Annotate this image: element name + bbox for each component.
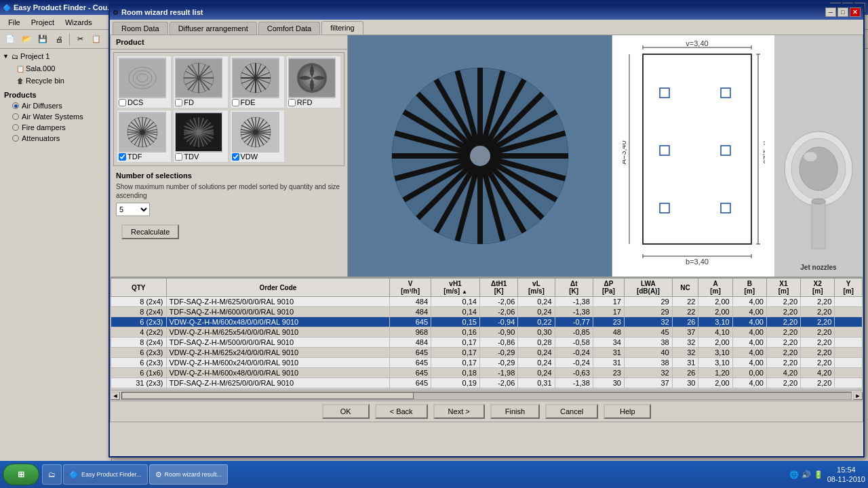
products-section: Products Air Diffusers Air Water Systems…	[1, 89, 110, 144]
tab-room-data[interactable]: Room Data	[113, 22, 168, 35]
product-dcs-cb[interactable]: DCS	[119, 98, 170, 106]
table-row[interactable]: 6 (2x3)VDW-Q-Z-H-M/600x24/0/0/0/RAL 9010…	[111, 358, 863, 368]
dialog-minimize[interactable]: ─	[825, 7, 836, 17]
product-fde-cb[interactable]: FDE	[232, 98, 283, 106]
col-y[interactable]: Y[m]	[835, 279, 863, 297]
hscroll-thumb[interactable]	[122, 392, 414, 399]
table-row[interactable]: 8 (2x4)TDF-SAQ-Z-H-M/600/0/0/0/RAL 90104…	[111, 307, 863, 317]
vdw-checkbox[interactable]	[232, 153, 239, 161]
dialog-title: Room wizard result list	[121, 8, 825, 16]
col-dth1[interactable]: ΔtH1[K]	[480, 279, 518, 297]
menu-wizards[interactable]: Wizards	[60, 17, 98, 28]
taskbar-dialog[interactable]: ⚙ Room wizard result...	[149, 464, 229, 485]
fd-checkbox[interactable]	[175, 99, 182, 106]
col-v[interactable]: V[m³/h]	[390, 279, 431, 297]
table-row[interactable]: 6 (2x3)VDW-Q-Z-H-M/600x48/0/0/0/RAL 9010…	[111, 317, 863, 327]
svg-rect-183	[812, 201, 825, 249]
tb-btn6[interactable]: 📋	[89, 32, 104, 47]
cell-b: 4,00	[732, 297, 766, 307]
back-button[interactable]: < Back	[375, 404, 428, 419]
product-tdv-cb[interactable]: TDV	[175, 152, 226, 161]
dialog-titlebar: ⚙ Room wizard result list ─ □ ✕	[110, 5, 863, 20]
col-dp[interactable]: ΔP[Pa]	[593, 279, 624, 297]
tab-diffuser-arrangement[interactable]: Diffuser arrangement	[170, 22, 257, 35]
table-row[interactable]: 4 (2x2)VDW-Q-Z-H-M/625x54/0/0/0/RAL 9010…	[111, 327, 863, 338]
product-rfd-cb[interactable]: RFD	[288, 98, 339, 106]
col-code[interactable]: Order Code	[166, 279, 390, 297]
product-tdv[interactable]: TDV	[173, 110, 228, 163]
tab-filtering[interactable]: filtering	[321, 21, 363, 35]
tree-project1[interactable]: ▼ 🗂 Project 1	[1, 50, 110, 62]
col-vh1[interactable]: vH1[m/s] ▲	[431, 279, 480, 297]
table-row[interactable]: 6 (1x6)VDW-Q-Z-H-M/600x48/0/0/0/RAL 9010…	[111, 368, 863, 378]
fde-checkbox[interactable]	[232, 99, 239, 106]
tree-recycle[interactable]: 🗑 Recycle bin	[1, 75, 110, 87]
tree-sala[interactable]: 📋 Sala.000	[1, 62, 110, 75]
help-button[interactable]: Help	[604, 404, 651, 419]
rfd-checkbox[interactable]	[288, 99, 296, 106]
col-b[interactable]: B[m]	[732, 279, 766, 297]
cell-x2: 2,20	[801, 307, 835, 317]
table-row[interactable]: 6 (2x3)VDW-Q-Z-H-M/625x24/0/0/0/RAL 9010…	[111, 348, 863, 358]
recalculate-button[interactable]: Recalculate	[121, 224, 179, 239]
table-row[interactable]: 8 (2x4)TDF-SAQ-Z-H-M/500/0/0/0/RAL 90104…	[111, 338, 863, 348]
menu-project[interactable]: Project	[26, 17, 60, 28]
tdv-checkbox[interactable]	[175, 153, 182, 161]
dialog-maximize[interactable]: □	[837, 7, 848, 17]
next-button[interactable]: Next >	[433, 404, 485, 419]
product-vdw[interactable]: VDW	[230, 110, 285, 163]
product-tdf-cb[interactable]: TDF	[119, 152, 170, 161]
col-nc[interactable]: NC	[672, 279, 698, 297]
tb-btn5[interactable]: ✂	[73, 32, 87, 47]
open-button[interactable]: 📂	[19, 32, 34, 47]
num-selections-dropdown[interactable]: 5 10 15 20	[116, 203, 150, 216]
cancel-button[interactable]: Cancel	[545, 404, 598, 419]
hscroll-left[interactable]: ◄	[111, 392, 120, 400]
cell-y	[835, 358, 863, 368]
col-x1[interactable]: X1[m]	[766, 279, 800, 297]
product-vdw-cb[interactable]: VDW	[232, 152, 283, 161]
save-button[interactable]: 💾	[35, 32, 50, 47]
cell-code: VDW-Q-Z-H-M/625x24/0/0/0/RAL 9010	[166, 348, 390, 358]
table-scroll[interactable]: QTY Order Code V[m³/h] vH1[m/s] ▲ ΔtH1[K…	[111, 278, 863, 390]
sidebar-item-fire-dampers[interactable]: Fire dampers	[1, 122, 110, 133]
product-fde[interactable]: FDE	[230, 56, 285, 108]
product-rfd[interactable]: RFD	[286, 56, 341, 108]
clock: 15:54 08-11-2010	[827, 465, 865, 485]
cell-x2: 2,20	[801, 317, 835, 327]
col-lwa[interactable]: LWA[dB(A)]	[624, 279, 672, 297]
cell-y	[835, 378, 863, 388]
sidebar-item-air-diffusers[interactable]: Air Diffusers	[1, 100, 110, 111]
taskbar-explorer[interactable]: 🗂	[42, 464, 62, 485]
product-dcs[interactable]: DCS	[117, 56, 172, 108]
table-row[interactable]: 31 (2x3)TDF-SAQ-Z-H-M/625/0/0/0/RAL 9010…	[111, 378, 863, 388]
tdf-checkbox[interactable]	[119, 153, 126, 161]
product-fd-cb[interactable]: FD	[175, 98, 226, 106]
table-row[interactable]: 8 (2x4)TDF-SAQ-Z-H-M/625/0/0/0/RAL 90104…	[111, 297, 863, 307]
col-x2[interactable]: X2[m]	[801, 279, 835, 297]
hscroll[interactable]: ◄ ►	[111, 390, 863, 401]
col-vl[interactable]: vL[m/s]	[518, 279, 555, 297]
col-a[interactable]: A[m]	[698, 279, 732, 297]
new-button[interactable]: 📄	[3, 32, 18, 47]
cell-x1: 2,20	[766, 297, 800, 307]
finish-button[interactable]: Finish	[490, 404, 540, 419]
taskbar-app1[interactable]: 🔷 Easy Product Finder...	[63, 464, 148, 485]
product-tdf[interactable]: TDF	[117, 110, 172, 163]
cell-b: 4,00	[732, 358, 766, 368]
product-fde-img	[232, 58, 279, 98]
tab-comfort-data[interactable]: Comfort Data	[258, 22, 320, 35]
dcs-checkbox[interactable]	[119, 99, 126, 106]
hscroll-right[interactable]: ►	[853, 392, 863, 400]
dialog-close[interactable]: ✕	[850, 7, 861, 17]
print-button[interactable]: 🖨	[52, 32, 66, 47]
ok-button[interactable]: OK	[322, 404, 370, 419]
menu-file[interactable]: File	[3, 17, 26, 28]
col-qty[interactable]: QTY	[111, 279, 167, 297]
sidebar-item-attenuators[interactable]: Attenuators	[1, 133, 110, 144]
start-button[interactable]: ⊞	[3, 464, 39, 485]
hscroll-track[interactable]	[121, 392, 852, 400]
product-fd[interactable]: FD	[173, 56, 228, 108]
sidebar-item-air-water[interactable]: Air Water Systems	[1, 111, 110, 122]
col-dt[interactable]: Δt[K]	[555, 279, 593, 297]
